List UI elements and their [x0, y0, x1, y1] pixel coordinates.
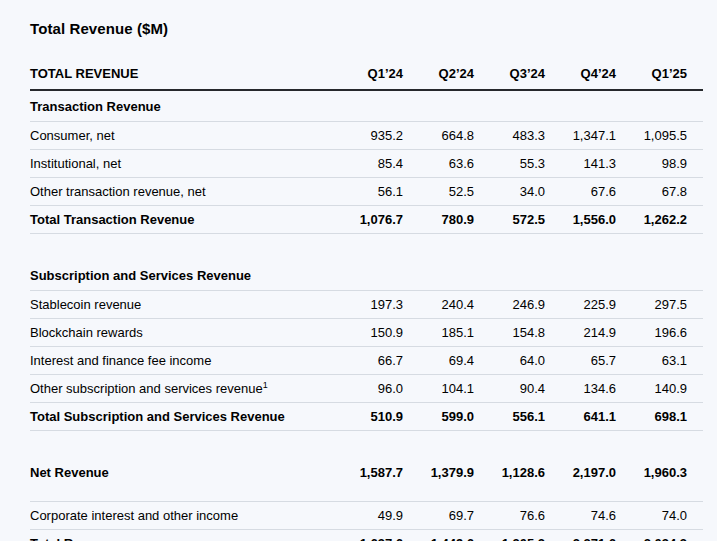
- value-cell: 104.1: [403, 374, 474, 402]
- spacer-row: [30, 234, 703, 260]
- col-header-q1-24: Q1’24: [332, 60, 403, 90]
- section-label: Transaction Revenue: [30, 90, 703, 122]
- value-cell: 2,271.6: [545, 529, 616, 541]
- row-institutional-net: Institutional, net85.463.655.3141.398.9: [30, 150, 703, 178]
- value-cell: 599.0: [403, 402, 474, 430]
- value-cell: 1,347.1: [545, 122, 616, 150]
- value-cell: 134.6: [545, 374, 616, 402]
- value-cell: 2,034.3: [616, 529, 703, 541]
- value-cell: 66.7: [332, 346, 403, 374]
- value-cell: 67.8: [616, 178, 703, 206]
- value-cell: 52.5: [403, 178, 474, 206]
- footnote-marker: 1: [263, 379, 268, 389]
- spacer-row: [30, 430, 703, 456]
- value-cell: 69.4: [403, 346, 474, 374]
- row-net-revenue: Net Revenue1,587.71,379.91,128.62,197.01…: [30, 456, 703, 489]
- table-header: TOTAL REVENUE Q1’24Q2’24Q3’24Q4’24Q1’25: [30, 60, 703, 90]
- value-cell: 64.0: [474, 346, 545, 374]
- value-cell: 246.9: [474, 290, 545, 318]
- row-corporate-interest-and-other-income: Corporate interest and other income49.96…: [30, 501, 703, 529]
- row-label: Total Revenue: [30, 529, 332, 541]
- value-cell: 214.9: [545, 318, 616, 346]
- value-cell: 641.1: [545, 402, 616, 430]
- row-total-transaction-revenue: Total Transaction Revenue1,076.7780.9572…: [30, 206, 703, 234]
- spacer-cell: [30, 234, 703, 260]
- value-cell: 65.7: [545, 346, 616, 374]
- value-cell: 67.6: [545, 178, 616, 206]
- section-label: Subscription and Services Revenue: [30, 260, 703, 291]
- value-cell: 2,197.0: [545, 456, 616, 489]
- row-subscription-and-services-revenue: Subscription and Services Revenue: [30, 260, 703, 291]
- value-cell: 85.4: [332, 150, 403, 178]
- value-cell: 1,076.7: [332, 206, 403, 234]
- value-cell: 698.1: [616, 402, 703, 430]
- value-cell: 69.7: [403, 501, 474, 529]
- row-stablecoin-revenue: Stablecoin revenue197.3240.4246.9225.929…: [30, 290, 703, 318]
- col-header-q3-24: Q3’24: [474, 60, 545, 90]
- row-other-subscription-and-services-revenue: Other subscription and services revenue1…: [30, 374, 703, 402]
- value-cell: 510.9: [332, 402, 403, 430]
- row-other-transaction-revenue-net: Other transaction revenue, net56.152.534…: [30, 178, 703, 206]
- value-cell: 76.6: [474, 501, 545, 529]
- value-cell: 225.9: [545, 290, 616, 318]
- value-cell: 1,556.0: [545, 206, 616, 234]
- value-cell: 483.3: [474, 122, 545, 150]
- value-cell: 74.6: [545, 501, 616, 529]
- row-total-subscription-and-services-revenue: Total Subscription and Services Revenue5…: [30, 402, 703, 430]
- row-label: Institutional, net: [30, 150, 332, 178]
- value-cell: 935.2: [332, 122, 403, 150]
- row-label: Corporate interest and other income: [30, 501, 332, 529]
- value-cell: 90.4: [474, 374, 545, 402]
- total-revenue-table: TOTAL REVENUE Q1’24Q2’24Q3’24Q4’24Q1’25 …: [30, 60, 703, 541]
- table-body: Transaction RevenueConsumer, net935.2664…: [30, 90, 703, 541]
- value-cell: 98.9: [616, 150, 703, 178]
- row-transaction-revenue: Transaction Revenue: [30, 90, 703, 122]
- value-cell: 780.9: [403, 206, 474, 234]
- row-label: Total Transaction Revenue: [30, 206, 332, 234]
- value-cell: 34.0: [474, 178, 545, 206]
- value-cell: 556.1: [474, 402, 545, 430]
- value-cell: 297.5: [616, 290, 703, 318]
- row-label: Consumer, net: [30, 122, 332, 150]
- row-label: Other subscription and services revenue1: [30, 374, 332, 402]
- spacer-cell: [30, 430, 703, 456]
- value-cell: 1,128.6: [474, 456, 545, 489]
- table-header-label: TOTAL REVENUE: [30, 60, 332, 90]
- value-cell: 63.1: [616, 346, 703, 374]
- value-cell: 664.8: [403, 122, 474, 150]
- value-cell: 240.4: [403, 290, 474, 318]
- value-cell: 1,095.5: [616, 122, 703, 150]
- row-blockchain-rewards: Blockchain rewards150.9185.1154.8214.919…: [30, 318, 703, 346]
- value-cell: 154.8: [474, 318, 545, 346]
- row-label: Other transaction revenue, net: [30, 178, 332, 206]
- value-cell: 572.5: [474, 206, 545, 234]
- value-cell: 55.3: [474, 150, 545, 178]
- row-total-revenue: Total Revenue1,637.61,449.61,205.22,271.…: [30, 529, 703, 541]
- value-cell: 1,587.7: [332, 456, 403, 489]
- page-title: Total Revenue ($M): [30, 20, 703, 37]
- value-cell: 1,637.6: [332, 529, 403, 541]
- value-cell: 1,379.9: [403, 456, 474, 489]
- value-cell: 185.1: [403, 318, 474, 346]
- value-cell: 1,449.6: [403, 529, 474, 541]
- value-cell: 49.9: [332, 501, 403, 529]
- row-consumer-net: Consumer, net935.2664.8483.31,347.11,095…: [30, 122, 703, 150]
- value-cell: 74.0: [616, 501, 703, 529]
- spacer-line-row: [30, 489, 703, 501]
- row-interest-and-finance-fee-income: Interest and finance fee income66.769.46…: [30, 346, 703, 374]
- value-cell: 56.1: [332, 178, 403, 206]
- value-cell: 1,205.2: [474, 529, 545, 541]
- value-cell: 197.3: [332, 290, 403, 318]
- col-header-q1-25: Q1’25: [616, 60, 703, 90]
- col-header-q4-24: Q4’24: [545, 60, 616, 90]
- value-cell: 96.0: [332, 374, 403, 402]
- value-cell: 196.6: [616, 318, 703, 346]
- row-label: Interest and finance fee income: [30, 346, 332, 374]
- value-cell: 1,262.2: [616, 206, 703, 234]
- table-header-row: TOTAL REVENUE Q1’24Q2’24Q3’24Q4’24Q1’25: [30, 60, 703, 90]
- value-cell: 1,960.3: [616, 456, 703, 489]
- value-cell: 63.6: [403, 150, 474, 178]
- value-cell: 140.9: [616, 374, 703, 402]
- value-cell: 150.9: [332, 318, 403, 346]
- row-label: Net Revenue: [30, 456, 332, 489]
